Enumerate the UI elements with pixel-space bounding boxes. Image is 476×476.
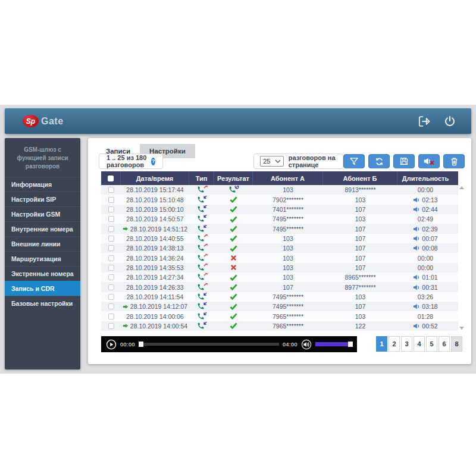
column-header[interactable]: Дата/время	[121, 171, 189, 185]
sidebar-item-records-cdr[interactable]: Запись и CDR	[5, 281, 80, 296]
row-checkbox[interactable]	[108, 245, 114, 251]
mute-button[interactable]	[418, 154, 440, 168]
subscriber-a: 7401*******	[253, 206, 323, 213]
play-record-icon[interactable]	[413, 274, 420, 280]
volume-handle[interactable]	[348, 342, 353, 347]
help-icon[interactable]: ?	[151, 158, 155, 165]
row-checkbox[interactable]	[108, 314, 114, 320]
play-record-icon[interactable]	[413, 206, 420, 212]
player-progress-handle[interactable]	[139, 342, 143, 347]
row-checkbox[interactable]	[108, 255, 114, 261]
duration-cell: 00:31	[397, 284, 453, 291]
player-progress-track[interactable]	[139, 343, 279, 346]
table-row[interactable]: 28.10.2019 14:11:547495*******10303:26	[101, 292, 458, 302]
row-checkbox[interactable]	[108, 197, 114, 203]
filter-button[interactable]	[343, 154, 365, 168]
row-checkbox[interactable]	[108, 216, 114, 222]
sidebar-item-gsm-settings[interactable]: Настройки GSM	[5, 206, 80, 221]
table-row[interactable]: 28.10.2019 15:00:107401*******10702:44	[101, 205, 458, 214]
page-button[interactable]: 3	[401, 336, 412, 352]
call-type-out-icon	[197, 244, 207, 252]
page-button[interactable]: 8	[451, 336, 462, 352]
row-checkbox[interactable]	[108, 236, 114, 242]
row-checkbox[interactable]	[108, 226, 114, 232]
page-button[interactable]: 4	[414, 336, 425, 352]
call-date: 28.10.2019 14:38:13	[126, 245, 183, 252]
table-row[interactable]: 28.10.2019 14:00:547965*******12200:52	[101, 321, 458, 331]
call-date: 28.10.2019 14:12:07	[130, 303, 187, 310]
table-row[interactable]: 28.10.2019 14:26:331078977*******00:31	[101, 282, 458, 292]
table-row[interactable]: 28.10.2019 14:38:1310310700:08	[101, 243, 458, 253]
save-button[interactable]	[393, 154, 415, 168]
chevron-down-icon	[275, 159, 281, 163]
sidebar-item-external-lines[interactable]: Внешние линии	[5, 236, 80, 251]
row-checkbox[interactable]	[108, 187, 114, 193]
sidebar-item-internal-numbers[interactable]: Внутренние номера	[5, 221, 80, 236]
volume-slider[interactable]	[315, 342, 352, 346]
sidebar-item-info[interactable]: Информация	[5, 177, 80, 192]
sidebar-item-emergency-numbers[interactable]: Экстренные номера	[5, 266, 80, 281]
table-row[interactable]: 28.10.2019 14:36:2410310700:00	[101, 253, 458, 262]
call-date-cell: 28.10.2019 14:35:53	[121, 264, 189, 271]
table-row[interactable]: 28.10.2019 14:50:577495*******10302:49	[101, 214, 458, 224]
sidebar-item-routing[interactable]: Маршрутизация	[5, 251, 80, 266]
page-button[interactable]: 6	[439, 336, 450, 352]
play-button[interactable]	[106, 339, 117, 350]
play-record-icon[interactable]	[413, 236, 420, 242]
subscriber-b: 107	[323, 264, 397, 271]
column-header[interactable]: Тип	[189, 171, 214, 185]
table-row[interactable]: 28.10.2019 14:40:5510310700:07	[101, 234, 458, 243]
row-checkbox-cell	[101, 226, 121, 232]
row-checkbox[interactable]	[108, 284, 114, 290]
row-checkbox[interactable]	[108, 274, 114, 280]
play-record-icon[interactable]	[413, 226, 420, 232]
table-row[interactable]: 28.10.2019 14:27:341038965*******01:01	[101, 273, 458, 282]
play-record-icon[interactable]	[413, 245, 420, 251]
refresh-button[interactable]	[368, 154, 390, 168]
table-row[interactable]: 28.10.2019 14:12:077495*******10703:18	[101, 302, 458, 311]
sidebar-item-sip-settings[interactable]: Настройки SIP	[5, 192, 80, 206]
table-row[interactable]: 28.10.2019 15:10:487902*******10302:13	[101, 195, 458, 204]
select-all-checkbox[interactable]	[108, 176, 114, 181]
refresh-icon	[375, 157, 384, 166]
delete-button[interactable]	[443, 154, 465, 168]
volume-icon[interactable]	[301, 339, 312, 350]
table-scrollbar[interactable]	[459, 185, 464, 331]
call-result-ok-icon	[230, 322, 237, 329]
table-row[interactable]: 28.10.2019 14:51:127495*******10702:39	[101, 224, 458, 233]
call-type-cell	[189, 244, 214, 252]
records-count-button[interactable]: 1 .. 25 из 180 разговоров ?	[99, 154, 163, 169]
play-record-icon[interactable]	[413, 197, 420, 203]
sidebar-item-basic-settings[interactable]: Базовые настройки	[5, 296, 80, 311]
row-checkbox[interactable]	[108, 323, 114, 329]
page-button[interactable]: 1	[376, 336, 387, 352]
play-record-icon[interactable]	[413, 284, 420, 290]
per-page-select[interactable]: 25	[260, 156, 284, 167]
table-row[interactable]: 28.10.2019 14:00:067965*******10301:28	[101, 311, 458, 321]
app-region: Sp Gate GSM-шлюз с функцией записи разго…	[0, 105, 476, 374]
power-icon[interactable]	[444, 115, 456, 127]
duration: 00:52	[422, 322, 437, 330]
play-record-icon[interactable]	[413, 303, 420, 309]
row-checkbox[interactable]	[108, 265, 114, 271]
subscriber-a: 7965*******	[253, 322, 323, 330]
page-button[interactable]: 2	[389, 336, 400, 352]
scroll-down-icon[interactable]	[459, 327, 464, 330]
row-checkbox[interactable]	[108, 303, 114, 309]
call-date: 28.10.2019 14:36:24	[126, 255, 183, 262]
page-button[interactable]: 5	[426, 336, 437, 352]
logout-icon[interactable]	[418, 115, 431, 127]
subscriber-b: 107	[323, 206, 397, 213]
row-checkbox[interactable]	[108, 206, 114, 212]
play-record-icon[interactable]	[413, 323, 420, 329]
row-checkbox-cell	[101, 265, 121, 271]
column-header[interactable]: Длительность	[397, 171, 453, 185]
scroll-up-icon[interactable]	[459, 186, 464, 189]
column-header[interactable]: Абонент А	[253, 171, 323, 185]
table-row[interactable]: 28.10.2019 15:17:441038913*******00:00	[101, 185, 458, 195]
table-row[interactable]: 28.10.2019 14:35:5310310700:00	[101, 263, 458, 273]
column-header[interactable]: Результат	[214, 171, 253, 185]
column-header[interactable]: Абонент Б	[323, 171, 397, 185]
row-checkbox[interactable]	[108, 294, 114, 300]
subscriber-b: 8977*******	[323, 284, 397, 291]
